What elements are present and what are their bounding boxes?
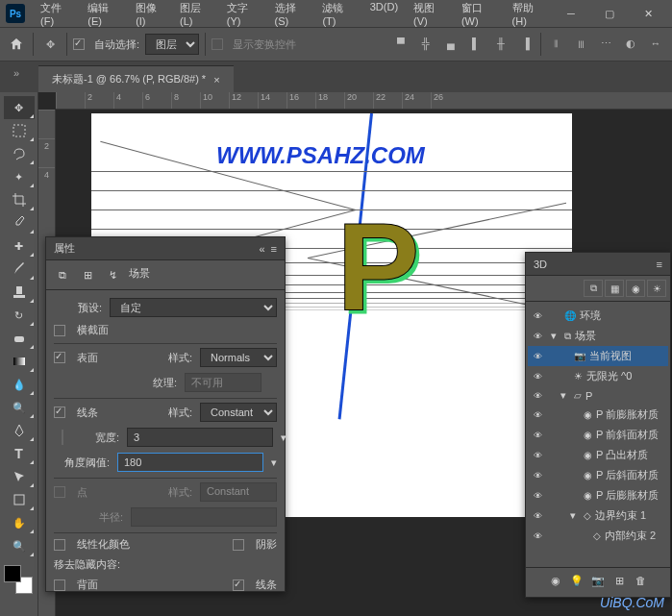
mesh-icon[interactable]: ⊞ bbox=[79, 266, 96, 283]
visibility-icon[interactable]: 👁 bbox=[532, 450, 543, 461]
minimize-button[interactable]: ─ bbox=[553, 2, 589, 25]
visibility-icon[interactable]: 👁 bbox=[532, 430, 543, 441]
shape-tool[interactable] bbox=[4, 488, 35, 511]
visibility-icon[interactable]: 👁 bbox=[532, 510, 543, 522]
pen-tool[interactable] bbox=[4, 419, 35, 442]
3d-item[interactable]: 👁 ◉P 凸出材质 bbox=[528, 445, 668, 465]
distribute-icon[interactable]: ⫼ bbox=[570, 33, 591, 54]
align-bottom-icon[interactable]: ▄ bbox=[440, 33, 461, 54]
angle-input[interactable] bbox=[117, 453, 263, 472]
3d-item[interactable]: 👁▾▱P bbox=[528, 386, 668, 405]
lines-style-select[interactable]: Constant bbox=[200, 403, 277, 422]
stamp-tool[interactable] bbox=[4, 281, 35, 304]
expand-icon[interactable]: ▾ bbox=[551, 330, 560, 342]
dropdown-icon[interactable]: ▾ bbox=[271, 456, 277, 469]
document-tab[interactable]: 未标题-1 @ 66.7% (P, RGB/8#) * × bbox=[38, 65, 234, 92]
hand-tool[interactable]: ✋ bbox=[4, 511, 35, 534]
3d-item[interactable]: 👁▾◇边界约束 1 bbox=[528, 505, 668, 526]
3d-text-object[interactable]: P bbox=[336, 195, 420, 339]
wand-tool[interactable]: ✦ bbox=[4, 165, 35, 188]
3d-item[interactable]: 👁 ◇内部约束 2 bbox=[528, 526, 668, 546]
gradient-tool[interactable] bbox=[4, 350, 35, 373]
visibility-icon[interactable]: 👁 bbox=[532, 390, 543, 402]
surface-style-select[interactable]: Normals bbox=[200, 348, 277, 367]
menu-select[interactable]: 选择(S) bbox=[267, 0, 315, 31]
filter-material-icon[interactable]: ◉ bbox=[626, 280, 645, 297]
move-tool-icon[interactable]: ✥ bbox=[39, 34, 61, 55]
brush-tool[interactable] bbox=[4, 258, 35, 281]
visibility-icon[interactable]: 👁 bbox=[532, 409, 543, 421]
cross-section-checkbox[interactable] bbox=[54, 325, 65, 336]
menu-view[interactable]: 视图(V) bbox=[406, 0, 454, 31]
transform-controls-checkbox[interactable] bbox=[212, 38, 223, 50]
crop-tool[interactable] bbox=[4, 188, 35, 211]
healing-tool[interactable]: ✚ bbox=[4, 234, 35, 258]
surface-checkbox[interactable] bbox=[54, 352, 65, 363]
points-checkbox[interactable] bbox=[54, 486, 65, 498]
3d-mode-icon[interactable]: ◐ bbox=[620, 33, 641, 54]
visibility-icon[interactable]: 👁 bbox=[532, 351, 543, 362]
filter-mesh-icon[interactable]: ▦ bbox=[605, 280, 624, 297]
3d-item[interactable]: 👁 ☀无限光 ^0 bbox=[528, 366, 668, 386]
blur-tool[interactable]: 💧 bbox=[4, 373, 35, 396]
eyedropper-tool[interactable] bbox=[4, 211, 35, 234]
menu-file[interactable]: 文件(F) bbox=[33, 0, 80, 31]
3d-item[interactable]: 👁 ◉P 前膨胀材质 bbox=[528, 405, 668, 425]
visibility-icon[interactable]: 👁 bbox=[532, 490, 543, 502]
dropdown-icon[interactable]: ▾ bbox=[281, 431, 286, 444]
layer-group-select[interactable]: 图层 bbox=[145, 34, 199, 55]
more-options-icon[interactable]: ↔ bbox=[645, 33, 666, 54]
align-hcenter-icon[interactable]: ╫ bbox=[490, 33, 511, 54]
3d-item[interactable]: 👁 ◉P 后斜面材质 bbox=[528, 465, 668, 485]
filter-scene-icon[interactable]: ⧉ bbox=[584, 280, 603, 297]
panel-title[interactable]: 属性 bbox=[54, 241, 259, 256]
distribute-icon[interactable]: ⋯ bbox=[595, 33, 616, 54]
menu-filter[interactable]: 滤镜(T) bbox=[314, 0, 361, 31]
marquee-tool[interactable] bbox=[4, 119, 35, 142]
expand-icon[interactable]: ▾ bbox=[570, 509, 580, 522]
visibility-icon[interactable]: 👁 bbox=[532, 530, 543, 542]
3d-item[interactable]: 👁 ◉P 后膨胀材质 bbox=[528, 485, 668, 505]
collapse-icon[interactable]: « bbox=[259, 243, 264, 255]
shadow-checkbox[interactable] bbox=[233, 539, 244, 551]
menu-window[interactable]: 窗口(W) bbox=[454, 0, 505, 31]
line-color-swatch[interactable] bbox=[62, 430, 63, 445]
width-input[interactable] bbox=[127, 428, 273, 447]
auto-select-checkbox[interactable] bbox=[73, 38, 85, 50]
dodge-tool[interactable]: 🔍 bbox=[4, 396, 35, 419]
3d-item[interactable]: 👁▾⧉场景 bbox=[528, 326, 668, 346]
delete-icon[interactable]: 🗑 bbox=[632, 572, 649, 589]
align-top-icon[interactable]: ▀ bbox=[390, 33, 411, 54]
camera-icon[interactable]: 📷 bbox=[589, 572, 607, 589]
menu-type[interactable]: 文字(Y) bbox=[219, 0, 267, 31]
history-brush-tool[interactable]: ↻ bbox=[4, 304, 35, 327]
scene-icon[interactable]: ⧉ bbox=[54, 266, 71, 283]
color-swatches[interactable] bbox=[4, 565, 33, 594]
home-icon[interactable] bbox=[6, 34, 27, 55]
close-button[interactable]: ✕ bbox=[630, 2, 666, 25]
3d-item[interactable]: 👁 🌐环境 bbox=[528, 306, 668, 326]
align-vcenter-icon[interactable]: ╬ bbox=[415, 33, 436, 54]
move-tool[interactable]: ✥ bbox=[4, 96, 35, 119]
lasso-tool[interactable] bbox=[4, 142, 35, 165]
expand-icon[interactable]: ▾ bbox=[560, 389, 570, 402]
panel-menu-icon[interactable]: ≡ bbox=[657, 259, 662, 270]
path-select-tool[interactable] bbox=[4, 465, 35, 488]
zoom-tool[interactable]: 🔍 bbox=[4, 534, 35, 557]
eraser-tool[interactable] bbox=[4, 327, 35, 350]
align-right-icon[interactable]: ▐ bbox=[515, 33, 536, 54]
expand-panels-icon[interactable]: » bbox=[13, 67, 19, 79]
lines-checkbox[interactable] bbox=[54, 407, 65, 418]
panel-title[interactable]: 3D bbox=[534, 259, 657, 270]
foreground-color[interactable] bbox=[4, 565, 21, 582]
ruler-horizontal[interactable]: 2 4 6 8 10 12 14 16 18 20 22 24 26 bbox=[56, 92, 672, 110]
type-tool[interactable]: T bbox=[4, 442, 35, 465]
lines2-checkbox[interactable] bbox=[233, 579, 244, 591]
3d-item[interactable]: 👁 📷当前视图 bbox=[528, 346, 668, 366]
visibility-icon[interactable]: 👁 bbox=[532, 371, 543, 382]
visibility-icon[interactable]: 👁 bbox=[532, 331, 543, 342]
menu-image[interactable]: 图像(I) bbox=[128, 0, 172, 31]
visibility-icon[interactable]: 👁 bbox=[532, 310, 543, 322]
3d-item[interactable]: 👁 ◉P 前斜面材质 bbox=[528, 425, 668, 445]
panel-menu-icon[interactable]: ≡ bbox=[271, 243, 277, 255]
